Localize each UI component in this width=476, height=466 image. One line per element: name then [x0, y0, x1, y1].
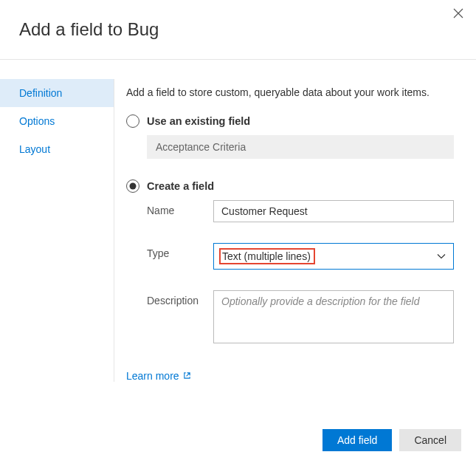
- learn-more-label: Learn more: [126, 370, 179, 382]
- main-panel: Add a field to store custom, queryable d…: [114, 79, 476, 382]
- sidebar-item-label: Definition: [19, 87, 62, 99]
- sidebar-item-label: Layout: [19, 143, 50, 155]
- type-select-wrapper: Text (multiple lines): [213, 243, 454, 270]
- type-select-value: Text (multiple lines): [219, 248, 315, 264]
- body-area: Definition Options Layout Add a field to…: [0, 79, 476, 382]
- radio-use-existing[interactable]: Use an existing field: [126, 114, 454, 128]
- name-input[interactable]: [213, 200, 454, 222]
- footer: Add field Cancel: [322, 429, 461, 451]
- type-select[interactable]: Text (multiple lines): [213, 243, 454, 270]
- sidebar-item-definition[interactable]: Definition: [0, 79, 114, 107]
- sidebar-item-options[interactable]: Options: [0, 107, 114, 135]
- name-label: Name: [147, 200, 213, 216]
- description-label: Description: [147, 290, 213, 306]
- close-icon: [453, 8, 463, 21]
- radio-icon: [126, 114, 139, 128]
- intro-text: Add a field to store custom, queryable d…: [126, 86, 454, 98]
- dialog: Add a field to Bug Definition Options La…: [0, 0, 476, 466]
- external-link-icon: [183, 370, 191, 382]
- radio-icon: [126, 179, 139, 193]
- radio-label: Use an existing field: [147, 115, 250, 127]
- dialog-title: Add a field to Bug: [0, 0, 476, 40]
- radio-label: Create a field: [147, 180, 214, 192]
- form-group-name: Name: [147, 200, 454, 222]
- sidebar: Definition Options Layout: [0, 79, 114, 382]
- cancel-button[interactable]: Cancel: [399, 429, 461, 451]
- form-group-description: Description: [147, 290, 454, 343]
- radio-create-field[interactable]: Create a field: [126, 179, 454, 193]
- existing-field-disabled-input: Acceptance Criteria: [147, 135, 454, 159]
- type-label: Type: [147, 243, 213, 259]
- sidebar-item-label: Options: [19, 115, 55, 127]
- sidebar-item-layout[interactable]: Layout: [0, 135, 114, 163]
- form-group-type: Type Text (multiple lines): [147, 243, 454, 270]
- divider: [0, 59, 476, 60]
- description-input[interactable]: [213, 290, 454, 343]
- close-button[interactable]: [451, 7, 466, 22]
- add-field-button[interactable]: Add field: [322, 429, 392, 451]
- learn-more-link[interactable]: Learn more: [126, 370, 191, 382]
- chevron-down-icon: [437, 252, 446, 261]
